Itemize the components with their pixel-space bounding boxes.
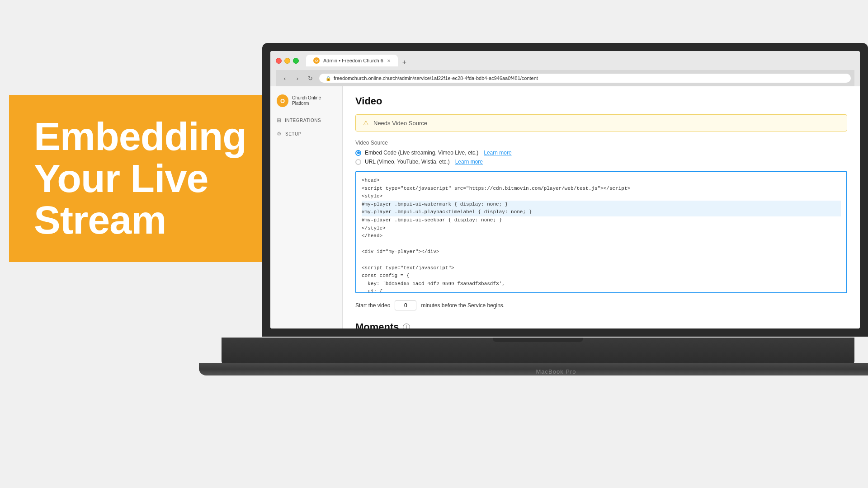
tab-title: Admin • Freedom Church 6 xyxy=(323,58,383,63)
code-editor[interactable]: <head> <script type="text/javascript" sr… xyxy=(355,171,847,293)
sidebar-item-integrations[interactable]: ⊞ INTEGRATIONS xyxy=(270,113,342,127)
code-line-9 xyxy=(362,240,841,249)
warning-banner: ⚠ Needs Video Source xyxy=(355,114,847,131)
traffic-lights xyxy=(276,58,299,64)
setup-icon: ⚙ xyxy=(277,131,282,137)
logo-text: Church Online Platform xyxy=(292,95,336,106)
close-button[interactable] xyxy=(276,58,282,64)
code-line-13: const config = { xyxy=(362,272,841,280)
code-line-3: <style> xyxy=(362,192,841,201)
screen-inner: O Admin • Freedom Church 6 ✕ + ‹ › ↻ xyxy=(270,51,860,328)
moments-info-icon[interactable]: i xyxy=(403,324,410,328)
learn-more-url-link[interactable]: Learn more xyxy=(455,159,483,165)
code-line-8: </head> xyxy=(362,232,841,240)
laptop-container: O Admin • Freedom Church 6 ✕ + ‹ › ↻ xyxy=(235,34,868,441)
video-source-radio-group: Embed Code (Live streaming, Vimeo Live, … xyxy=(355,150,847,165)
code-line-5: #my-player .bmpui-ui-playbacktimelabel {… xyxy=(362,208,841,216)
address-bar[interactable]: 🔒 freedomchurch.online.church/admin/serv… xyxy=(319,74,851,83)
tab-favicon: O xyxy=(313,57,320,64)
browser-content: O Church Online Platform ⊞ INTEGRATIONS … xyxy=(270,86,860,328)
main-content: Video ⚠ Needs Video Source Video Source … xyxy=(343,86,860,328)
code-line-12: <script type="text/javascript"> xyxy=(362,264,841,272)
nav-buttons: ‹ › ↻ xyxy=(279,73,316,84)
forward-button[interactable]: › xyxy=(292,73,303,84)
maximize-button[interactable] xyxy=(293,58,299,64)
learn-more-embed-link[interactable]: Learn more xyxy=(484,150,511,156)
back-button[interactable]: ‹ xyxy=(279,73,290,84)
radio-url-label: URL (Vimeo, YouTube, Wistia, etc.) xyxy=(365,159,450,165)
browser-tab-active[interactable]: O Admin • Freedom Church 6 ✕ xyxy=(306,55,398,66)
address-bar-row: ‹ › ↻ 🔒 freedomchurch.online.church/admi… xyxy=(276,70,854,86)
address-text: freedomchurch.online.church/admin/servic… xyxy=(334,75,538,81)
code-line-2: <script type="text/javascript" src="http… xyxy=(362,185,841,193)
title-bar: O Admin • Freedom Church 6 ✕ + xyxy=(276,55,854,66)
code-line-1: <head> xyxy=(362,177,841,185)
video-source-label: Video Source xyxy=(355,140,847,146)
laptop-base xyxy=(199,363,868,375)
sidebar-item-label: SETUP xyxy=(285,131,302,136)
tab-close-icon[interactable]: ✕ xyxy=(387,58,391,63)
reload-button[interactable]: ↻ xyxy=(305,73,316,84)
minutes-label-after: minutes before the Service begins. xyxy=(421,302,505,309)
lock-icon: 🔒 xyxy=(326,76,331,81)
code-line-4: #my-player .bmpui-ui-watermark { display… xyxy=(362,201,841,209)
banner-text: EmbeddingYour LiveStream xyxy=(34,116,246,241)
new-tab-button[interactable]: + xyxy=(399,58,410,66)
warning-text: Needs Video Source xyxy=(373,120,427,127)
sidebar: O Church Online Platform ⊞ INTEGRATIONS … xyxy=(270,86,343,328)
sidebar-item-setup[interactable]: ⚙ SETUP xyxy=(270,127,342,141)
minutes-label-before: Start the video xyxy=(355,302,390,309)
moments-section-title: Moments i xyxy=(355,321,847,328)
sidebar-item-label: INTEGRATIONS xyxy=(285,118,321,123)
code-line-15: ui: { xyxy=(362,288,841,293)
code-line-11 xyxy=(362,256,841,264)
radio-embed-label: Embed Code (Live streaming, Vimeo Live, … xyxy=(365,150,478,156)
macbook-model-label: MacBook Pro xyxy=(536,368,576,375)
laptop-notch xyxy=(493,338,583,342)
minutes-row: Start the video minutes before the Servi… xyxy=(355,300,847,310)
minutes-input[interactable] xyxy=(395,300,416,310)
code-line-6: #my-player .bmpui-ui-seekbar { display: … xyxy=(362,216,841,225)
minimize-button[interactable] xyxy=(284,58,290,64)
moments-title-text: Moments xyxy=(355,321,399,328)
tab-bar: O Admin • Freedom Church 6 ✕ + xyxy=(306,55,410,66)
radio-url[interactable]: URL (Vimeo, YouTube, Wistia, etc.) Learn… xyxy=(355,159,847,165)
integrations-icon: ⊞ xyxy=(277,117,281,123)
code-line-14: key: 'bdc58d65-1acd-4df2-9599-f3a9adf3ba… xyxy=(362,280,841,288)
sidebar-logo: O Church Online Platform xyxy=(270,91,342,113)
video-section-title: Video xyxy=(355,95,847,107)
code-line-7: </style> xyxy=(362,225,841,233)
radio-embed[interactable]: Embed Code (Live streaming, Vimeo Live, … xyxy=(355,150,847,156)
radio-url-dot[interactable] xyxy=(355,159,361,165)
warning-icon: ⚠ xyxy=(363,119,369,127)
logo-icon: O xyxy=(277,94,288,107)
screen-bezel: O Admin • Freedom Church 6 ✕ + ‹ › ↻ xyxy=(262,43,868,337)
code-line-10: <div id="my-player"></div> xyxy=(362,248,841,256)
browser-chrome: O Admin • Freedom Church 6 ✕ + ‹ › ↻ xyxy=(270,51,860,86)
laptop-bottom-bezel xyxy=(222,338,854,365)
radio-embed-dot[interactable] xyxy=(355,150,361,156)
